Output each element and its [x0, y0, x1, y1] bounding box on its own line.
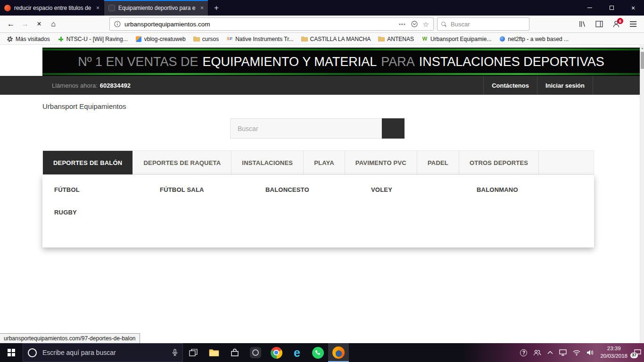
store-icon: [231, 348, 239, 357]
minimize-icon: [587, 8, 592, 8]
volume-button[interactable]: [586, 349, 594, 356]
tab-close-icon[interactable]: ×: [200, 5, 204, 11]
site-search-input[interactable]: [230, 118, 382, 139]
clock-time: 23:39: [600, 345, 627, 353]
show-hidden-icons-button[interactable]: [547, 351, 553, 354]
submenu-item-baloncesto[interactable]: BALONCESTO: [265, 186, 371, 193]
notification-badge: 37: [630, 353, 638, 358]
submenu-item-futbol-sala[interactable]: FÚTBOL SALA: [160, 186, 265, 193]
browser-tab-2-active[interactable]: Equipamiento deportivo para e ×: [104, 0, 208, 16]
tab-close-icon[interactable]: ×: [96, 5, 99, 11]
cortana-icon: [28, 348, 37, 357]
submenu-item-voley[interactable]: VOLEY: [371, 186, 477, 193]
folder-icon: [193, 36, 200, 42]
wifi-icon: [573, 350, 580, 356]
taskbar-search[interactable]: [23, 343, 183, 362]
firefox-button[interactable]: [328, 343, 349, 362]
menu-item-instalaciones[interactable]: INSTALACIONES: [231, 151, 304, 174]
bookmark-star-icon[interactable]: [423, 21, 429, 28]
close-button[interactable]: ×: [622, 0, 644, 16]
system-tray: 23:39 20/03/2018 37: [520, 343, 644, 362]
chevron-up-icon: [547, 351, 553, 354]
tab-favicon: [108, 5, 115, 11]
bookmark-label: net2ftp - a web based ...: [508, 36, 569, 42]
ethernet-icon: [559, 349, 567, 356]
banner-segment: INSTALACIONES DEPORTIVAS: [419, 55, 604, 69]
banner-segment: EQUIPAMIENTO Y MATERIAL: [203, 55, 377, 69]
start-button[interactable]: [0, 343, 23, 362]
bookmark-item[interactable]: SF Native Instruments Tr...: [223, 34, 296, 44]
site-logo[interactable]: Urbansport Equipamientos: [42, 102, 126, 110]
scroll-up-arrow[interactable]: ▲: [640, 47, 644, 49]
people-button[interactable]: [533, 349, 541, 356]
page-actions-icon[interactable]: [399, 21, 406, 27]
taskbar-search-input[interactable]: [41, 348, 167, 357]
main-menu: DEPORTES DE BALÓN DEPORTES DE RAQUETA IN…: [42, 150, 594, 175]
action-center-button[interactable]: 37: [634, 349, 642, 356]
menu-item-playa[interactable]: PLAYA: [304, 151, 345, 174]
network-button[interactable]: [559, 349, 567, 356]
account-icon[interactable]: 6: [609, 17, 623, 31]
site-search-button[interactable]: [382, 118, 405, 139]
store-button[interactable]: [224, 343, 245, 362]
menu-hamburger-icon[interactable]: [626, 17, 640, 31]
wifi-button[interactable]: [573, 350, 580, 356]
window-controls: ×: [579, 0, 644, 16]
browser-search-bar[interactable]: [437, 17, 529, 31]
contact-link[interactable]: Contáctenos: [483, 76, 537, 95]
phone-label: Llámenos ahora:: [52, 82, 98, 89]
browser-search-input[interactable]: [450, 20, 525, 28]
site-info-icon[interactable]: [114, 21, 121, 27]
submenu-item-balonmano[interactable]: BALONMANO: [477, 186, 582, 193]
plus-favicon-icon: [58, 36, 64, 42]
menu-item-deportes-de-raqueta[interactable]: DEPORTES DE RAQUETA: [133, 151, 231, 174]
url-bar[interactable]: urbansportequipamientos.com: [109, 17, 434, 31]
home-button[interactable]: ⌂: [46, 17, 60, 31]
app-button[interactable]: [245, 343, 266, 362]
maximize-button[interactable]: [601, 0, 622, 16]
bookmark-item[interactable]: NTSC-U - [Wii] Raving...: [55, 34, 131, 44]
vblog-favicon-icon: [135, 36, 142, 42]
file-explorer-button[interactable]: [204, 343, 224, 362]
bookmark-folder-cursos[interactable]: cursos: [190, 34, 222, 44]
task-view-button[interactable]: [183, 343, 204, 362]
bookmark-item[interactable]: vblog-creatuweb: [132, 34, 189, 44]
menu-item-deportes-de-balon[interactable]: DEPORTES DE BALÓN: [43, 151, 133, 174]
edge-button[interactable]: [287, 343, 307, 362]
submenu-item-rugby[interactable]: RUGBY: [54, 209, 160, 216]
bookmark-most-visited[interactable]: Más visitados: [4, 34, 53, 44]
whatsapp-button[interactable]: [307, 343, 328, 362]
microphone-icon[interactable]: [172, 349, 178, 356]
minimize-button[interactable]: [579, 0, 601, 16]
banner-segment: Nº 1 EN VENTAS DE: [78, 55, 198, 69]
taskbar-clock[interactable]: 23:39 20/03/2018: [600, 345, 627, 360]
browser-tab-1[interactable]: reducir espacio entre titulos de ×: [0, 0, 104, 16]
pocket-icon[interactable]: [411, 21, 418, 27]
login-link[interactable]: Iniciar sesión: [537, 76, 593, 95]
w-favicon-icon: W: [421, 36, 428, 42]
bookmark-urbansport[interactable]: W Urbansport Equipamie...: [419, 34, 494, 44]
back-button[interactable]: ←: [4, 17, 18, 31]
new-tab-button[interactable]: +: [208, 0, 224, 16]
stop-button[interactable]: ×: [32, 17, 46, 31]
help-button[interactable]: [520, 349, 527, 356]
bookmark-folder-castilla[interactable]: CASTILLA LA MANCHA: [298, 34, 374, 44]
menu-item-pavimento-pvc[interactable]: PAVIMENTO PVC: [345, 151, 417, 174]
tab-title: reducir espacio entre titulos de: [14, 5, 93, 11]
file-explorer-icon: [209, 348, 219, 357]
maximize-icon: [610, 6, 614, 10]
status-link-tooltip: urbansportequipamientos.com/97-deportes-…: [0, 333, 140, 343]
chrome-button[interactable]: [266, 343, 287, 362]
menu-item-otros-deportes[interactable]: OTROS DEPORTES: [459, 151, 539, 174]
sidebar-icon[interactable]: [592, 17, 606, 31]
scroll-thumb[interactable]: [641, 52, 644, 69]
bookmark-folder-antenas[interactable]: ANTENAS: [375, 34, 417, 44]
library-icon[interactable]: [575, 17, 589, 31]
account-badge: 6: [617, 18, 623, 24]
submenu-item-futbol[interactable]: FÚTBOL: [54, 186, 160, 193]
menu-item-padel[interactable]: PADEL: [417, 151, 459, 174]
bookmark-net2ftp[interactable]: net2ftp - a web based ...: [496, 34, 571, 44]
page-scrollbar[interactable]: ▲: [640, 45, 644, 343]
phone-number: 602834492: [100, 82, 131, 89]
forward-button[interactable]: →: [18, 17, 32, 31]
